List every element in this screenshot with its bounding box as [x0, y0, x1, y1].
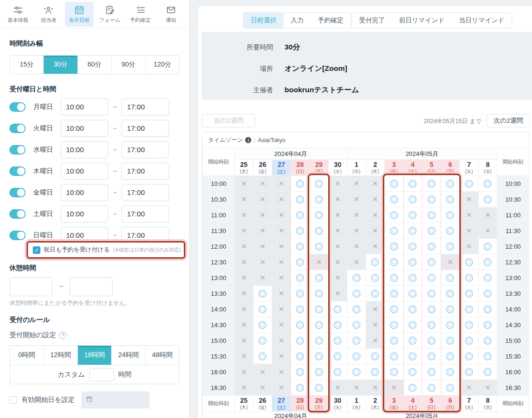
slot-open-cell[interactable] [385, 333, 404, 349]
start-hours-option[interactable]: 12時間 [44, 346, 77, 365]
nav-item-sliders[interactable]: 基本情報 [4, 2, 32, 27]
slot-open-cell[interactable] [310, 333, 329, 349]
slot-open-cell[interactable] [291, 286, 310, 301]
slot-open-cell[interactable] [403, 317, 422, 333]
weekday-toggle[interactable] [10, 124, 26, 133]
start-time-input[interactable] [61, 205, 108, 223]
slot-open-cell[interactable] [403, 239, 422, 254]
slot-open-cell[interactable] [347, 349, 366, 364]
end-time-input[interactable] [122, 98, 169, 116]
slot-open-cell[interactable] [403, 223, 422, 239]
slot-open-cell[interactable] [310, 207, 329, 223]
slot-open-cell[interactable] [328, 333, 347, 349]
slot-open-cell[interactable] [441, 192, 460, 207]
slot-open-cell[interactable] [422, 364, 441, 380]
slot-open-cell[interactable] [460, 317, 479, 333]
slot-open-cell[interactable] [460, 176, 479, 192]
nav-item-calendar[interactable]: 表示日程 [65, 2, 94, 27]
slot-open-cell[interactable] [310, 317, 329, 333]
slot-open-cell[interactable] [478, 364, 497, 380]
prev-two-weeks-button[interactable]: 前の2週間 [202, 114, 255, 127]
slot-open-cell[interactable] [478, 349, 497, 364]
slot-open-cell[interactable] [310, 380, 329, 396]
next-two-weeks-button[interactable]: 次の2週間 [486, 114, 530, 127]
slot-open-cell[interactable] [460, 270, 479, 286]
slot-open-cell[interactable] [422, 254, 441, 270]
help-icon[interactable]: ? [59, 331, 66, 339]
slot-open-cell[interactable] [385, 176, 404, 192]
slot-open-cell[interactable] [366, 349, 385, 364]
weekday-toggle[interactable] [10, 166, 26, 176]
slot-open-cell[interactable] [385, 301, 404, 317]
start-hours-option[interactable]: 0時間 [10, 346, 44, 365]
custom-hours-input[interactable] [89, 368, 114, 381]
slot-open-cell[interactable] [478, 270, 497, 286]
slot-open-cell[interactable] [310, 223, 329, 239]
slot-open-cell[interactable] [347, 364, 366, 380]
slot-open-cell[interactable] [441, 223, 460, 239]
slot-open-cell[interactable] [422, 207, 441, 223]
effective-date-checkbox[interactable] [10, 396, 17, 404]
slot-open-cell[interactable] [328, 301, 347, 317]
nav-item-people[interactable]: 担当者 [34, 2, 63, 27]
slot-open-cell[interactable] [403, 207, 422, 223]
slot-open-cell[interactable] [347, 301, 366, 317]
slot-open-cell[interactable] [441, 380, 460, 396]
break-start-input[interactable] [10, 277, 52, 296]
slot-open-cell[interactable] [460, 364, 479, 380]
slot-open-cell[interactable] [253, 286, 272, 301]
slot-open-cell[interactable] [422, 239, 441, 254]
slot-open-cell[interactable] [422, 286, 441, 301]
slot-open-cell[interactable] [310, 286, 329, 301]
slot-open-cell[interactable] [291, 333, 310, 349]
interval-option[interactable]: 30分 [44, 56, 77, 74]
slot-open-cell[interactable] [441, 207, 460, 223]
slot-open-cell[interactable] [310, 239, 329, 254]
slot-open-cell[interactable] [385, 270, 404, 286]
slot-open-cell[interactable] [328, 364, 347, 380]
slot-open-cell[interactable] [291, 254, 310, 270]
slot-open-cell[interactable] [291, 223, 310, 239]
nav-item-form[interactable]: フォーム [95, 2, 124, 27]
slot-open-cell[interactable] [310, 349, 329, 364]
slot-open-cell[interactable] [422, 301, 441, 317]
notify-tab[interactable]: 当日リマインド [452, 13, 512, 28]
slot-open-cell[interactable] [403, 333, 422, 349]
start-hours-option[interactable]: 18時間 [78, 346, 112, 365]
nav-item-checklist[interactable]: 予約確定 [126, 2, 155, 27]
slot-open-cell[interactable] [310, 364, 329, 380]
slot-open-cell[interactable] [441, 270, 460, 286]
slot-open-cell[interactable] [422, 270, 441, 286]
slot-open-cell[interactable] [291, 380, 310, 396]
slot-open-cell[interactable] [385, 364, 404, 380]
slot-open-cell[interactable] [422, 176, 441, 192]
slot-open-cell[interactable] [291, 349, 310, 364]
slot-open-cell[interactable] [366, 254, 385, 270]
slot-open-cell[interactable] [291, 364, 310, 380]
notify-tab[interactable]: 受付完了 [352, 13, 392, 28]
slot-open-cell[interactable] [253, 349, 272, 364]
slot-open-cell[interactable] [310, 192, 329, 207]
slot-open-cell[interactable] [441, 364, 460, 380]
slot-open-cell[interactable] [291, 239, 310, 254]
interval-option[interactable]: 90分 [112, 56, 145, 74]
slot-open-cell[interactable] [385, 317, 404, 333]
step-tab[interactable]: 日程選択 [244, 13, 284, 28]
slot-open-cell[interactable] [441, 176, 460, 192]
weekday-toggle[interactable] [10, 145, 26, 155]
slot-open-cell[interactable] [460, 333, 479, 349]
slot-open-cell[interactable] [441, 239, 460, 254]
slot-open-cell[interactable] [310, 270, 329, 286]
slot-open-cell[interactable] [478, 286, 497, 301]
slot-open-cell[interactable] [310, 176, 329, 192]
nav-item-mail[interactable]: 通知 [157, 2, 185, 27]
slot-open-cell[interactable] [422, 333, 441, 349]
weekday-toggle[interactable] [10, 231, 26, 240]
slot-open-cell[interactable] [460, 286, 479, 301]
slot-open-cell[interactable] [385, 223, 404, 239]
slot-open-cell[interactable] [460, 349, 479, 364]
weekday-toggle[interactable] [10, 188, 26, 197]
slot-open-cell[interactable] [385, 286, 404, 301]
slot-open-cell[interactable] [291, 192, 310, 207]
slot-open-cell[interactable] [385, 192, 404, 207]
